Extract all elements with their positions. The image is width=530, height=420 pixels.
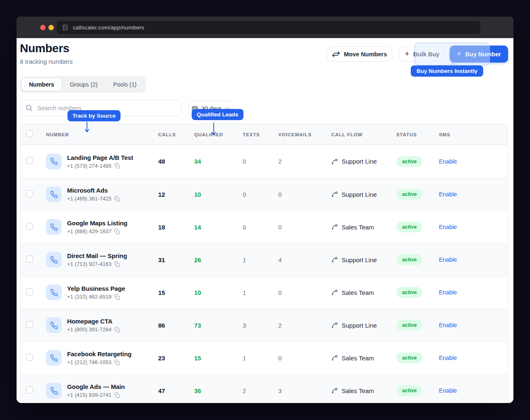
copy-icon[interactable] [114, 294, 120, 300]
call-flow-name: Sales Team [342, 289, 374, 296]
qualified-count: 73 [194, 322, 243, 329]
table-row[interactable]: Direct Mail — Spring +1 (713) 927-4163 3… [20, 243, 508, 276]
copy-icon[interactable] [114, 360, 120, 365]
phone-icon [46, 350, 62, 366]
number-name: Yelp Business Page [67, 285, 125, 292]
column-header-voicemails: VOICEMAILS [278, 132, 331, 137]
tab-pools-1[interactable]: Pools (1) [106, 78, 144, 91]
row-checkbox[interactable] [26, 288, 33, 295]
browser-chrome: callscaler.com/app/numbers [17, 17, 513, 38]
call-flow-branch-icon [331, 191, 338, 198]
table-row[interactable]: Yelp Business Page +1 (310) 462-8519 15 … [20, 276, 508, 309]
status-badge: active [396, 320, 422, 331]
texts-count: 0 [243, 158, 278, 165]
number-name: Google Ads — Main [67, 383, 125, 390]
sms-enable-link[interactable]: Enable [439, 289, 457, 296]
copy-icon[interactable] [114, 196, 120, 202]
texts-count: 2 [243, 387, 278, 394]
phone-number: +1 (310) 462-8519 [67, 294, 111, 300]
tab-groups-2[interactable]: Groups (2) [63, 78, 105, 91]
callout-arrow-down [84, 122, 90, 133]
voicemails-count: 0 [278, 289, 331, 296]
sms-enable-link[interactable]: Enable [439, 355, 457, 361]
sms-enable-link[interactable]: Enable [439, 322, 457, 328]
status-badge: active [396, 222, 422, 232]
select-all-checkbox[interactable] [26, 130, 33, 137]
voicemails-count: 2 [278, 322, 331, 329]
phone-icon [46, 252, 62, 268]
qualified-count: 10 [194, 289, 243, 296]
calls-count: 23 [158, 355, 194, 362]
call-flow-branch-icon [331, 224, 338, 230]
calls-count: 15 [158, 289, 194, 296]
close-window-button[interactable] [40, 25, 46, 30]
copy-icon[interactable] [114, 261, 120, 267]
calls-count: 48 [158, 158, 194, 165]
table-row[interactable]: Homepage CTA +1 (800) 391-7284 86 73 3 2 [20, 309, 508, 341]
qualified-leads-callout: Qualified Leads [192, 109, 243, 120]
call-flow-name: Sales Team [342, 387, 374, 394]
sms-enable-link[interactable]: Enable [439, 224, 457, 230]
texts-count: 3 [243, 322, 278, 329]
voicemails-count: 4 [278, 256, 331, 263]
voicemails-count: 0 [278, 224, 331, 231]
address-bar[interactable]: callscaler.com/app/numbers [57, 21, 480, 34]
number-name: Facebook Retargeting [67, 350, 132, 357]
phone-icon [46, 154, 62, 169]
sms-enable-link[interactable]: Enable [439, 158, 457, 165]
table-row[interactable]: Landing Page A/B Test +1 (573) 274-1485 … [20, 145, 508, 178]
phone-number: +1 (469) 381-7425 [67, 196, 111, 202]
call-flow-branch-icon [331, 158, 338, 165]
phone-number: +1 (800) 391-7284 [67, 326, 111, 333]
tab-numbers[interactable]: Numbers [22, 78, 61, 91]
qualified-count: 36 [194, 387, 243, 394]
copy-icon[interactable] [114, 392, 120, 398]
move-numbers-button[interactable]: Move Numbers [327, 46, 392, 62]
table-row[interactable]: Google Ads — Main +1 (415) 839-2741 47 3… [20, 374, 508, 403]
row-checkbox[interactable] [26, 223, 33, 230]
row-checkbox[interactable] [26, 354, 33, 361]
copy-icon[interactable] [114, 163, 120, 169]
call-flow-name: Sales Team [342, 355, 374, 362]
status-badge: active [396, 189, 422, 200]
row-checkbox[interactable] [26, 256, 33, 263]
status-badge: active [396, 254, 422, 265]
copy-icon[interactable] [114, 229, 120, 234]
row-checkbox[interactable] [26, 190, 33, 197]
minimize-window-button[interactable] [48, 25, 54, 30]
table-row[interactable]: Microsoft Ads +1 (469) 381-7425 12 10 0 … [20, 178, 508, 210]
call-flow-name: Sales Team [342, 224, 374, 231]
status-badge: active [396, 352, 422, 363]
status-badge: active [396, 287, 422, 298]
phone-icon [46, 383, 62, 398]
sms-enable-link[interactable]: Enable [439, 256, 457, 263]
call-flow-name: Support Line [342, 256, 377, 263]
call-flow-name: Support Line [342, 191, 377, 198]
voicemails-count: 2 [278, 158, 331, 165]
bulk-buy-button[interactable]: + Bulk Buy [399, 46, 445, 62]
copy-icon[interactable] [114, 327, 120, 333]
buy-number-button[interactable]: + Buy Number [450, 46, 508, 63]
sms-enable-link[interactable]: Enable [439, 191, 457, 198]
phone-number: +1 (713) 927-4163 [67, 261, 111, 267]
phone-icon [46, 317, 62, 333]
sms-enable-link[interactable]: Enable [439, 387, 457, 394]
row-checkbox[interactable] [26, 157, 33, 164]
texts-count: 0 [243, 191, 278, 198]
row-checkbox[interactable] [26, 321, 33, 328]
lock-icon [63, 25, 67, 30]
row-checkbox[interactable] [26, 386, 33, 393]
calls-count: 18 [158, 224, 194, 231]
texts-count: 0 [243, 224, 278, 231]
call-flow-branch-icon [331, 387, 338, 394]
column-header-qualified: QUALIFIED [194, 132, 243, 137]
swap-arrows-icon [332, 51, 340, 57]
table-row[interactable]: Google Maps Listing +1 (888) 429-1637 18… [20, 210, 508, 243]
qualified-count: 15 [194, 355, 243, 362]
number-name: Direct Mail — Spring [67, 252, 127, 259]
phone-number: +1 (888) 429-1637 [67, 228, 111, 234]
table-header-row: NUMBERCALLSQUALIFIEDTEXTSVOICEMAILSCALL … [20, 124, 508, 145]
column-header-texts: TEXTS [243, 132, 278, 137]
texts-count: 1 [243, 355, 278, 362]
table-row[interactable]: Facebook Retargeting +1 (212) 746-1053 2… [20, 341, 508, 374]
